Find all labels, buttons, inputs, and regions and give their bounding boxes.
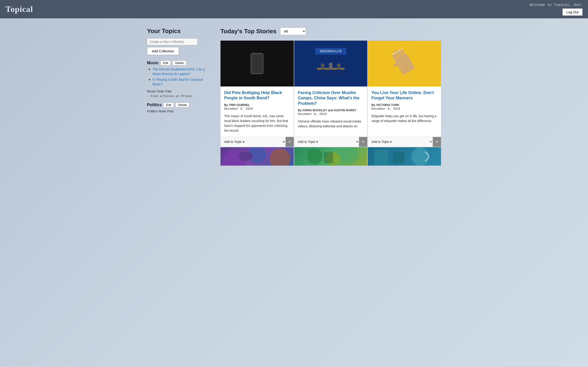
card-title-1[interactable]: Did Pete Buttigieg Help Black People in … xyxy=(224,90,290,101)
card-body-3: You Live Your Life Online. Don't Forget … xyxy=(368,86,441,137)
card-date-3: December 9, 2019 xyxy=(372,107,437,110)
press-conference-icon xyxy=(315,56,347,79)
stories-title: Today's Top Stories xyxy=(221,28,277,35)
music-notepad-label: Music Note Pad xyxy=(147,89,211,93)
svg-rect-1 xyxy=(252,56,262,69)
phone-icon xyxy=(250,52,264,75)
stories-header: Today's Top Stories All Music Politics xyxy=(221,27,441,35)
svg-rect-11 xyxy=(337,67,341,70)
card-date-1: December 9, 2019 xyxy=(224,107,290,110)
svg-point-6 xyxy=(321,63,325,67)
card-image-1 xyxy=(221,41,294,86)
card-date-2: December 9, 2019 xyxy=(298,112,364,116)
card-byline-1: By TRIP GABRIEL xyxy=(224,103,290,107)
svg-point-17 xyxy=(336,74,337,75)
content-area: Today's Top Stories All Music Politics xyxy=(221,27,441,166)
topic-header-politics: Politics Edit Delete xyxy=(147,102,211,107)
logout-button[interactable]: Log Out xyxy=(562,8,582,16)
article-card-6 xyxy=(368,147,441,166)
svg-point-10 xyxy=(337,63,341,67)
topic-name-politics: Politics xyxy=(147,102,162,107)
svg-point-19 xyxy=(343,74,344,75)
music-notepad-content: - Find articles on Prince. xyxy=(147,94,211,98)
welcome-message: Welcome to Topical, dan! xyxy=(530,3,582,7)
svg-rect-9 xyxy=(329,66,333,70)
music-article-link-1[interactable]: The Internet Swallowed INXS. Can a Movie… xyxy=(153,67,205,76)
topic-header-music: Music Edit Delete xyxy=(147,60,211,65)
sidebar: Your Topics Add Collection Music Edit De… xyxy=(147,27,211,166)
cards-grid: Did Pete Buttigieg Help Black People in … xyxy=(221,41,441,166)
header-right: Welcome to Topical, dan! Log Out xyxy=(530,3,582,16)
svg-rect-4 xyxy=(255,59,259,66)
card-image-4 xyxy=(221,147,294,166)
card-title-3[interactable]: You Live Your Life Online. Don't Forget … xyxy=(372,90,437,101)
svg-point-16 xyxy=(332,74,334,75)
politics-delete-button[interactable]: Delete xyxy=(175,102,189,107)
card-body-1: Did Pete Buttigieg Help Black People in … xyxy=(221,86,294,137)
svg-point-35 xyxy=(270,148,290,166)
card-image-2: 国务院新闻办公室 xyxy=(294,41,367,86)
svg-point-37 xyxy=(307,148,323,165)
card-summary-3: Etiquette helps you get on in life, but … xyxy=(372,114,437,133)
music-edit-button[interactable]: Edit xyxy=(161,60,171,65)
article-card-4 xyxy=(221,147,294,166)
press-banner: 国务院新闻办公室 xyxy=(315,48,346,55)
svg-rect-40 xyxy=(324,152,333,163)
svg-point-39 xyxy=(340,147,358,163)
card-image-3 xyxy=(368,41,441,86)
music-article-link-2[interactable]: Is 'Playing It Safe' Bad for Classical M… xyxy=(153,78,203,86)
svg-point-14 xyxy=(326,74,327,75)
svg-rect-3 xyxy=(255,59,259,67)
card-art-4 xyxy=(221,147,294,166)
card-add-button-3[interactable]: + xyxy=(433,137,441,147)
card-summary-1: The mayor of South Bend, Ind., has some … xyxy=(224,114,290,133)
cursor-hand-icon xyxy=(391,43,418,84)
svg-point-15 xyxy=(329,74,330,75)
add-to-topic-select-3[interactable]: Add to Topic ▾ Music Politics xyxy=(368,137,433,146)
svg-rect-41 xyxy=(375,150,389,166)
main-container: Your Topics Add Collection Music Edit De… xyxy=(133,18,455,175)
article-card-2: 国务院新闻办公室 xyxy=(294,41,367,147)
svg-point-2 xyxy=(256,71,258,73)
card-summary-2: Chinese officials have released social m… xyxy=(298,119,364,133)
add-to-topic-select-1[interactable]: Add to Topic ▾ Music Politics xyxy=(221,137,285,146)
svg-rect-42 xyxy=(393,152,405,163)
topic-section-music: Music Edit Delete The Internet Swallowed… xyxy=(147,60,211,98)
card-art-6 xyxy=(368,147,441,166)
new-collection-input[interactable] xyxy=(147,38,198,45)
svg-point-8 xyxy=(329,63,333,66)
topic-name-music: Music xyxy=(147,60,159,65)
sidebar-title: Your Topics xyxy=(147,27,211,35)
svg-rect-0 xyxy=(251,53,263,74)
svg-point-13 xyxy=(322,74,323,75)
card-footer-1: Add to Topic ▾ Music Politics + xyxy=(221,137,294,147)
card-footer-2: Add to Topic ▾ Music Politics + xyxy=(294,137,367,147)
add-to-topic-select-2[interactable]: Add to Topic ▾ Music Politics xyxy=(294,137,359,146)
music-articles-list: The Internet Swallowed INXS. Can a Movie… xyxy=(147,67,211,86)
article-card-5 xyxy=(294,147,367,166)
svg-rect-7 xyxy=(321,67,325,70)
svg-point-18 xyxy=(339,74,341,75)
card-footer-3: Add to Topic ▾ Music Politics + xyxy=(368,137,441,147)
add-collection-button[interactable]: Add Collection xyxy=(147,47,179,55)
card-art-5 xyxy=(294,147,367,166)
music-delete-button[interactable]: Delete xyxy=(173,60,186,65)
card-add-button-1[interactable]: + xyxy=(285,137,294,147)
list-item: The Internet Swallowed INXS. Can a Movie… xyxy=(153,67,211,76)
card-image-5 xyxy=(294,147,367,166)
svg-point-36 xyxy=(239,152,252,161)
card-byline-2: By CHRIS BUCKLEY and AUSTIN RAMZY xyxy=(298,108,364,112)
card-add-button-2[interactable]: + xyxy=(359,137,367,147)
card-image-6 xyxy=(368,147,441,166)
filter-select[interactable]: All Music Politics xyxy=(280,27,306,35)
header: Topical Welcome to Topical, dan! Log Out xyxy=(0,0,588,18)
card-title-2[interactable]: Facing Criticism Over Muslim Camps, Chin… xyxy=(298,90,364,106)
topic-section-politics: Politics Edit Delete Politics Note Pad xyxy=(147,102,211,113)
article-card-1: Did Pete Buttigieg Help Black People in … xyxy=(221,41,294,147)
article-card-3: You Live Your Life Online. Don't Forget … xyxy=(368,41,441,147)
card-byline-3: By VICTORIA TURK xyxy=(372,103,437,107)
politics-edit-button[interactable]: Edit xyxy=(164,102,174,107)
list-item: Is 'Playing It Safe' Bad for Classical M… xyxy=(153,77,211,86)
svg-point-43 xyxy=(411,147,430,166)
card-body-2: Facing Criticism Over Muslim Camps, Chin… xyxy=(294,86,367,137)
